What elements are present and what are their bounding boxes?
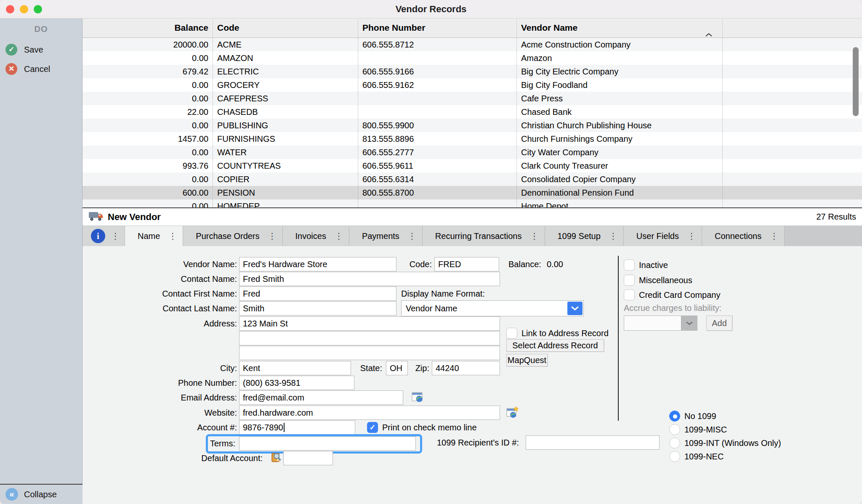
display-name-format-dropdown[interactable]: Vendor Name [401,300,584,316]
code-field[interactable]: FRED [434,257,499,271]
vendor-form: Vendor Name: Fred's Hardware Store Code:… [82,246,862,504]
table-row[interactable]: 600.00PENSION800.555.8700Denominational … [82,186,862,199]
tab-menu-dots-icon[interactable]: ⋮ [687,232,696,240]
radio-1099-misc[interactable] [669,424,680,435]
terms-field[interactable] [239,436,416,451]
contact-name-field[interactable]: Fred Smith [239,272,500,286]
accrue-liability-dropdown[interactable] [624,316,697,331]
tab-menu-dots-icon[interactable]: ⋮ [408,232,416,240]
tab-recurring-transactions[interactable]: Recurring Transactions⋮ [423,226,545,246]
phone-number-field[interactable]: (800) 633-9581 [239,376,354,390]
column-header-balance[interactable]: Balance [82,19,213,37]
tab-payments[interactable]: Payments⋮ [349,226,423,246]
tab-user-fields[interactable]: User Fields⋮ [624,226,702,246]
tab-menu-dots-icon[interactable]: ⋮ [609,232,617,240]
zip-field[interactable]: 44240 [432,361,500,375]
cancel-button[interactable]: Cancel [24,63,50,75]
radio-no-1099[interactable] [669,411,680,422]
table-cell-code: CAFEPRESS [213,92,358,105]
tab-menu-dots-icon[interactable]: ⋮ [268,232,277,240]
table-row[interactable]: 0.00CAFEPRESSCafe Press [82,92,862,105]
mapquest-button[interactable]: MapQuest [506,354,548,366]
table-cell-balance: 0.00 [82,51,213,65]
tab-menu-dots-icon[interactable]: ⋮ [530,232,539,240]
website-new-icon[interactable] [506,406,519,421]
recipient-id-field[interactable] [526,435,660,450]
table-cell-code: AMAZON [213,51,358,65]
table-cell-code: GROCERY [213,78,358,92]
display-name-format-label: Display Name Format: [401,286,485,301]
tab-1099-setup[interactable]: 1099 Setup⋮ [545,226,624,246]
cancel-x-icon[interactable]: ✕ [5,63,17,75]
tab-connections[interactable]: Connections⋮ [702,226,785,246]
vertical-scrollbar-thumb[interactable] [853,47,859,116]
miscellaneous-checkbox[interactable] [624,275,635,286]
tab-label: Payments [362,231,399,241]
column-header-vendor-name[interactable]: Vendor Name [516,19,722,37]
tab-strip: i ⋮ Name⋮Purchase Orders⋮Invoices⋮Paymen… [82,226,862,246]
tab-info[interactable]: i ⋮ [82,226,125,246]
table-cell-code: ACME [213,38,358,51]
table-row[interactable]: 0.00GROCERY606.555.9162Big City Foodland [82,78,862,92]
tab-menu-dots-icon[interactable]: ⋮ [111,232,120,240]
credit-card-company-checkbox[interactable] [624,289,635,300]
table-row[interactable]: 993.76COUNTYTREAS606.555.9611Clark Count… [82,159,862,172]
table-row[interactable]: 1457.00FURNISHINGS813.555.8896Church Fur… [82,132,862,146]
select-address-record-button[interactable]: Select Address Record [506,339,604,352]
tab-name[interactable]: Name⋮ [125,226,183,246]
inactive-checkbox[interactable] [624,260,635,271]
table-cell-phone: 606.555.9162 [358,78,516,92]
tab-purchase-orders[interactable]: Purchase Orders⋮ [183,226,282,246]
radio-1099-nec[interactable] [669,451,680,462]
address-line3-field[interactable] [239,346,500,360]
contact-first-name-field[interactable]: Fred [239,286,396,301]
link-to-address-checkbox[interactable] [506,328,517,339]
address-line2-field[interactable] [239,331,500,345]
table-cell-phone [358,51,516,65]
table-row[interactable]: 22.00CHASEDBChased Bank [82,105,862,119]
table-row[interactable]: 0.00AMAZONAmazon [82,51,862,65]
tab-menu-dots-icon[interactable]: ⋮ [168,232,177,240]
table-row[interactable]: 0.00WATER606.555.2777City Water Company [82,146,862,159]
table-header: Balance Code Phone Number Vendor Name [82,19,862,38]
collapse-chevrons-icon[interactable]: « [5,488,18,501]
save-button[interactable]: Save [24,44,43,56]
website-field[interactable]: fred.hardware.com [239,406,500,420]
table-cell-balance: 22.00 [82,105,213,119]
add-liability-button[interactable]: Add [706,316,732,331]
table-row[interactable]: 0.00COPIER606.555.6314Consolidated Copie… [82,172,862,186]
account-lookup-book-icon[interactable] [269,451,282,466]
chevron-down-icon[interactable] [567,302,583,315]
city-field[interactable]: Kent [239,361,351,375]
table-cell-phone [358,105,516,119]
tab-invoices[interactable]: Invoices⋮ [283,226,349,246]
panel-divider [618,256,619,421]
table-cell-phone: 606.555.6314 [358,172,516,186]
save-check-icon[interactable]: ✓ [5,44,17,56]
contact-last-name-field[interactable]: Smith [239,301,396,316]
default-account-field[interactable] [283,451,333,465]
chevron-down-icon[interactable] [681,316,697,330]
tab-menu-dots-icon[interactable]: ⋮ [770,232,778,240]
text-cursor [284,423,285,432]
print-memo-checkbox[interactable] [367,422,378,433]
address-line1-field[interactable]: 123 Main St [239,316,500,331]
vendor-name-field[interactable]: Fred's Hardware Store [239,257,396,271]
table-row[interactable]: 20000.00ACME606.555.8712Acme Constructio… [82,38,862,51]
table-cell-code: PENSION [213,186,358,199]
email-window-icon[interactable] [411,391,424,405]
email-address-field[interactable]: fred@email.com [239,390,403,405]
column-header-code[interactable]: Code [213,19,358,37]
table-row[interactable]: 679.42ELECTRIC606.555.9166Big City Elect… [82,65,862,78]
table-cell-name: Denominational Pension Fund [516,186,722,199]
tab-menu-dots-icon[interactable]: ⋮ [335,232,343,240]
table-row[interactable]: 0.00PUBLISHING800.555.9900Christian Chur… [82,119,862,132]
table-cell-name: Consolidated Copier Company [516,172,722,186]
radio-1099-int-windows-only-[interactable] [669,438,680,448]
table-cell-phone: 800.555.9900 [358,119,516,132]
collapse-button[interactable]: Collapse [24,485,57,504]
column-header-phone[interactable]: Phone Number [358,19,516,37]
account-number-field[interactable]: 9876-7890 [239,420,355,435]
table-row[interactable]: 0.00HOMEDEPHome Depot [82,199,862,207]
checkbox-label: Credit Card Company [639,289,720,300]
